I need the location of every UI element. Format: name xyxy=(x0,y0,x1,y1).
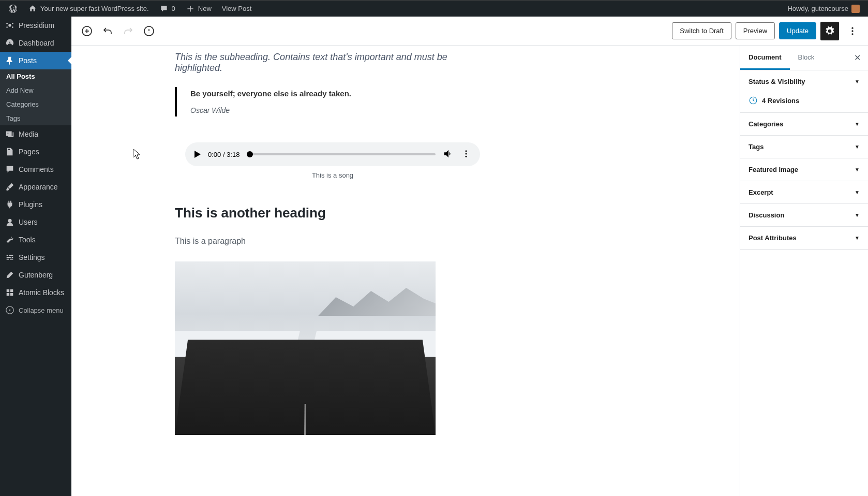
site-name-item[interactable]: Your new super fast WordPress site. xyxy=(24,1,153,17)
admin-bar: Your new super fast WordPress site. 0 Ne… xyxy=(0,0,868,17)
new-content-item[interactable]: New xyxy=(182,1,216,17)
comments-item[interactable]: 0 xyxy=(155,1,179,17)
comment-count: 0 xyxy=(172,5,175,12)
user-account-item[interactable]: Howdy, gutencourse xyxy=(783,1,864,17)
wordpress-logo-item[interactable] xyxy=(4,1,22,17)
home-icon xyxy=(28,4,37,13)
site-title: Your new super fast WordPress site. xyxy=(40,5,149,12)
view-post-item[interactable]: View Post xyxy=(218,1,256,17)
new-label: New xyxy=(198,5,212,12)
avatar-icon xyxy=(851,5,860,13)
howdy-text: Howdy, gutencourse xyxy=(787,5,848,12)
comment-icon xyxy=(159,4,169,13)
wordpress-logo-icon xyxy=(8,4,18,13)
plus-icon xyxy=(186,4,195,13)
view-post-label: View Post xyxy=(222,5,252,12)
